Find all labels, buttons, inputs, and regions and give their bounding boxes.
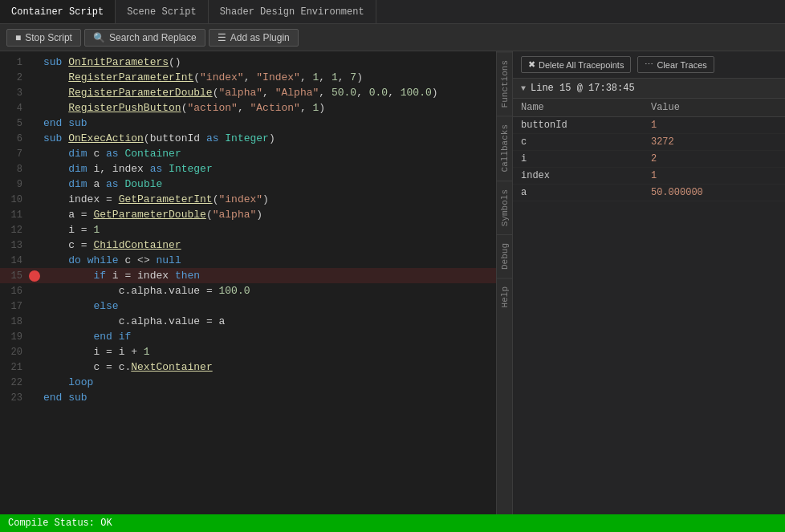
code-line-17: 17 else [0,298,496,314]
code-line-13: 13 c = ChildContainer [0,238,496,253]
delete-tracepoints-button[interactable]: ✖ Delete All Tracepoints [521,56,631,73]
table-row: c3272 [513,134,785,151]
line-number: 19 [0,331,29,343]
breakpoint-dot[interactable] [29,270,40,282]
delete-icon: ✖ [528,59,535,70]
line-number: 22 [0,377,29,388]
code-line-14: 14 do while c <> null [0,253,496,268]
symbol-value: 1 [643,117,785,134]
line-number: 2 [0,72,29,83]
code-line-21: 21 c = c.NextContainer [0,359,496,375]
code-line-12: 12 i = 1 [0,222,496,238]
symbol-name: a [513,185,643,201]
line-number: 16 [0,286,29,297]
clear-icon: ⋯ [645,59,653,70]
code-text: a = GetParameterDouble("alpha") [43,207,262,222]
symbol-name: c [513,134,643,151]
code-text: loop [43,375,93,390]
code-text: c.alpha.value = 100.0 [43,283,250,298]
code-line-15: 15 if i = index then [0,268,496,283]
symbol-value: 1 [643,168,785,185]
collapse-arrow-icon: ▼ [521,84,526,93]
code-text: i = i + 1 [43,344,150,359]
code-text: RegisterParameterDouble("alpha", "Alpha"… [43,85,438,100]
plugin-icon: ☰ [218,32,226,43]
code-line-2: 2 RegisterParameterInt("index", "Index",… [0,70,496,85]
line-number: 14 [0,255,29,266]
code-line-20: 20 i = i + 1 [0,344,496,359]
code-text: c = ChildContainer [43,238,181,253]
tab-shader-design[interactable]: Shader Design Environment [209,0,376,23]
right-toolbar: ✖ Delete All Tracepoints ⋯ Clear Traces [513,51,785,79]
line-number: 10 [0,194,29,205]
tab-container-script[interactable]: Container Script [0,0,116,23]
tab-bar: Container Script Scene Script Shader Des… [0,0,785,24]
line-number: 20 [0,347,29,358]
code-text: if i = index then [43,268,200,283]
code-editor[interactable]: 1sub OnInitParameters()2 RegisterParamet… [0,51,496,514]
symbol-value: 3272 [643,134,785,151]
code-line-3: 3 RegisterParameterDouble("alpha", "Alph… [0,85,496,100]
code-text: i = 1 [43,222,100,238]
search-icon: 🔍 [93,32,105,43]
table-row: a50.000000 [513,185,785,201]
code-text: else [43,298,119,314]
table-row: i2 [513,151,785,168]
line-number: 21 [0,362,29,373]
right-panel: ✖ Delete All Tracepoints ⋯ Clear Traces … [512,51,785,514]
line-number: 6 [0,133,29,144]
line-number: 17 [0,301,29,312]
line-number: 1 [0,57,29,68]
compile-status: Compile Status: OK [8,518,112,529]
sidebar-item-callbacks[interactable]: Callbacks [497,116,512,180]
code-line-1: 1sub OnInitParameters() [0,55,496,70]
line-number: 9 [0,179,29,190]
trace-header: ▼ Line 15 @ 17:38:45 [513,79,785,99]
code-line-6: 6sub OnExecAction(buttonId as Integer) [0,131,496,146]
side-tabs: Functions Callbacks Symbols Debug Help [496,51,512,514]
code-text: dim i, index as Integer [43,161,213,177]
code-line-8: 8 dim i, index as Integer [0,161,496,177]
line-number: 23 [0,392,29,404]
code-text: index = GetParameterInt("index") [43,192,269,207]
line-number: 18 [0,316,29,327]
tab-scene-script[interactable]: Scene Script [116,0,208,23]
code-line-9: 9 dim a as Double [0,177,496,192]
code-line-23: 23end sub [0,390,496,405]
line-number: 12 [0,225,29,236]
code-text: end sub [43,390,87,405]
code-line-7: 7 dim c as Container [0,146,496,161]
code-line-11: 11 a = GetParameterDouble("alpha") [0,207,496,222]
code-line-5: 5end sub [0,116,496,131]
sidebar-item-functions[interactable]: Functions [497,51,512,116]
code-text: dim c as Container [43,146,181,161]
code-text: c.alpha.value = a [43,314,225,329]
line-number: 8 [0,164,29,175]
sidebar-item-debug[interactable]: Debug [497,234,512,278]
table-row: index1 [513,168,785,185]
code-text: end sub [43,116,87,131]
search-replace-button[interactable]: 🔍 Search and Replace [84,29,205,47]
status-bar: Compile Status: OK [0,514,785,532]
code-line-10: 10 index = GetParameterInt("index") [0,192,496,207]
symbol-name: buttonId [513,117,643,134]
sidebar-item-symbols[interactable]: Symbols [497,181,512,234]
table-row: buttonId1 [513,117,785,134]
code-line-16: 16 c.alpha.value = 100.0 [0,283,496,298]
code-line-18: 18 c.alpha.value = a [0,314,496,329]
sidebar-item-help[interactable]: Help [497,278,512,315]
code-text: do while c <> null [43,253,181,268]
symbol-value: 50.000000 [643,185,785,201]
stop-script-button[interactable]: ■ Stop Script [6,29,81,47]
symbol-value: 2 [643,151,785,168]
line-number: 3 [0,87,29,99]
code-text: c = c.NextContainer [43,359,213,375]
line-number: 7 [0,148,29,160]
line-number: 13 [0,240,29,251]
code-line-19: 19 end if [0,329,496,344]
symbol-name: i [513,151,643,168]
code-line-4: 4 RegisterPushButton("action", "Action",… [0,100,496,116]
add-plugin-button[interactable]: ☰ Add as Plugin [209,29,299,47]
stop-icon: ■ [15,32,21,43]
clear-traces-button[interactable]: ⋯ Clear Traces [637,56,714,73]
